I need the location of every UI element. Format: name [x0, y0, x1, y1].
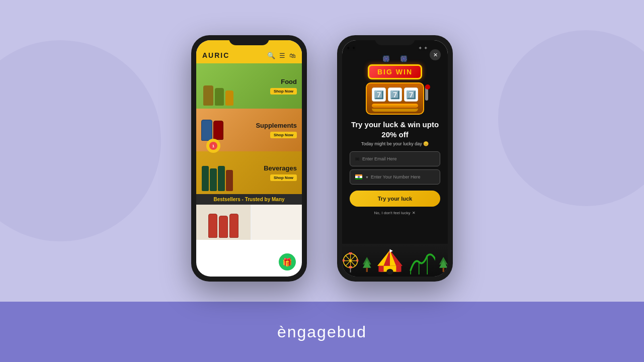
- slot-reel-1: 7️⃣: [372, 87, 386, 102]
- supplements-banner-title: Supplements: [256, 122, 297, 129]
- svg-rect-21: [378, 266, 383, 272]
- phone-screen-auric: AURIC 🔍 ☰ 🛍 Food: [196, 40, 302, 277]
- svg-rect-10: [356, 259, 358, 261]
- svg-rect-8: [349, 266, 352, 268]
- bestsellers-title: Bestsellers - Trusted by Many: [196, 194, 302, 205]
- svg-point-23: [386, 269, 393, 275]
- email-input-container[interactable]: ✉ Enter Email Here: [350, 151, 440, 166]
- circus-tent-icon: [375, 247, 405, 275]
- stars-decoration: ✦ ✦: [346, 45, 356, 51]
- slot-reel-3: 7️⃣: [404, 87, 418, 102]
- background: èngagebud AURIC 🔍 ☰ 🛍: [0, 0, 644, 362]
- search-icon[interactable]: 🔍: [267, 52, 275, 59]
- notification-badge: 1: [209, 142, 217, 150]
- footer-logo: èngagebud: [277, 323, 367, 341]
- beverages-banner-title: Beverages: [264, 164, 297, 172]
- rollercoaster-icon: [409, 249, 436, 275]
- phone-input-container[interactable]: ▼ Enter Your Number Here: [350, 169, 440, 185]
- phone-notch-2: [375, 35, 415, 45]
- big-win-sign: BIG WIN: [368, 64, 422, 79]
- phone-placeholder: Enter Your Number Here: [371, 174, 421, 179]
- svg-point-5: [349, 259, 352, 262]
- slot-machine: 7️⃣ 7️⃣ 7️⃣: [366, 82, 424, 115]
- phone-notch-1: [229, 35, 269, 45]
- phone-auric: AURIC 🔍 ☰ 🛍 Food: [191, 35, 307, 282]
- carnival-footer: [342, 244, 448, 277]
- phones-container: AURIC 🔍 ☰ 🛍 Food: [0, 15, 644, 302]
- beverages-banner-text: Beverages Shop Now: [264, 164, 297, 181]
- slot-reel-2: 7️⃣: [388, 87, 402, 102]
- slot-base: [372, 104, 418, 108]
- stars-right: ✦ ✦: [418, 45, 428, 51]
- popup-screen: ✦ ✦ ✦ ✦ ✕ 🎆 🎆: [342, 40, 448, 277]
- slot-tray: [372, 109, 418, 112]
- menu-icon[interactable]: ☰: [279, 52, 285, 59]
- email-placeholder: Enter Email Here: [362, 156, 397, 161]
- food-shop-button[interactable]: Shop Now: [270, 88, 297, 95]
- svg-rect-32: [443, 268, 444, 272]
- svg-rect-9: [343, 259, 345, 261]
- svg-rect-22: [396, 266, 401, 272]
- tree-right-icon: [439, 254, 448, 275]
- phone-popup: ✦ ✦ ✦ ✦ ✕ 🎆 🎆: [337, 35, 453, 282]
- india-flag: [355, 174, 362, 179]
- product-image-left: [196, 205, 251, 240]
- svg-rect-7: [349, 252, 352, 254]
- email-icon: ✉: [355, 156, 359, 162]
- no-thanks-link[interactable]: No, I don't feel lucky ✕: [374, 211, 416, 215]
- food-banner-text: Food Shop Now: [270, 78, 297, 95]
- food-banner: Food Shop Now: [196, 63, 302, 109]
- popup-subtext: Today might be your lucky day 😊: [361, 141, 429, 146]
- flag-dropdown: ▼: [365, 175, 369, 179]
- slot-machine-area: 🎆 🎆 BIG WIN: [342, 51, 448, 115]
- product-image-right: [252, 205, 302, 240]
- supplements-shop-button[interactable]: Shop Now: [270, 132, 297, 138]
- offer-badge: 🏷 1: [206, 139, 220, 153]
- gift-button[interactable]: 🎁: [279, 253, 296, 270]
- food-banner-title: Food: [270, 78, 297, 85]
- auric-icons: 🔍 ☰ 🛍: [267, 52, 296, 59]
- supplements-banner-text: Supplements Shop Now: [256, 122, 297, 138]
- no-thanks-text: No, I don't feel lucky: [374, 211, 411, 215]
- try-luck-button[interactable]: Try your luck: [350, 191, 440, 207]
- footer-bar: èngagebud: [0, 302, 644, 362]
- phone-screen-popup: ✦ ✦ ✦ ✦ ✕ 🎆 🎆: [342, 40, 448, 277]
- product-grid: [196, 205, 302, 240]
- ferris-wheel-icon: [342, 249, 359, 275]
- cart-icon[interactable]: 🛍: [289, 52, 296, 59]
- popup-headline: Try your luck & win upto 20% off: [348, 120, 442, 139]
- beverages-shop-button[interactable]: Shop Now: [270, 174, 297, 181]
- beverages-banner: Beverages Shop Now: [196, 151, 302, 194]
- no-thanks-x: ✕: [412, 211, 416, 215]
- svg-rect-13: [366, 268, 368, 272]
- tree-left-icon: [363, 254, 371, 275]
- close-button[interactable]: ✕: [430, 49, 441, 60]
- auric-logo: AURIC: [202, 51, 229, 59]
